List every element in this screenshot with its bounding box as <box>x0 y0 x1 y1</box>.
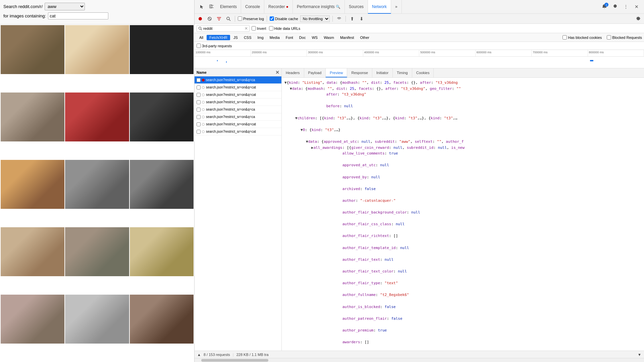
tab-console[interactable]: Console <box>241 0 264 14</box>
invert-label[interactable]: Invert <box>252 26 266 31</box>
list-item[interactable] <box>1 160 64 209</box>
list-item[interactable] <box>130 93 194 141</box>
tab-headers[interactable]: Headers <box>282 68 304 77</box>
request-row[interactable]: search.json?restrict_sr=on&q=cat <box>195 84 281 91</box>
tab-timing[interactable]: Timing <box>393 68 412 77</box>
type-filter-css[interactable]: CSS <box>241 35 254 40</box>
throttle-select[interactable]: No throttling <box>300 15 330 22</box>
list-item[interactable] <box>65 160 129 209</box>
list-item[interactable] <box>65 295 129 344</box>
tab-preview[interactable]: Preview <box>326 68 347 77</box>
device-icon[interactable] <box>207 2 216 11</box>
hide-data-urls-checkbox[interactable] <box>269 26 273 31</box>
filter-icon[interactable] <box>215 15 223 22</box>
type-filter-all[interactable]: All <box>197 35 206 40</box>
type-filter-fetchxhr[interactable]: Fetch/XHR <box>207 35 230 40</box>
list-item[interactable] <box>65 25 129 74</box>
tab-cookies[interactable]: Cookies <box>412 68 434 77</box>
type-filter-img[interactable]: Img <box>255 35 266 40</box>
tab-recorder[interactable]: Recorder ● <box>264 0 293 14</box>
type-filter-media[interactable]: Media <box>267 35 282 40</box>
request-row[interactable]: search.json?restrict_sr=on&q=cat <box>195 128 281 135</box>
hide-data-urls-label[interactable]: Hide data URLs <box>269 26 301 31</box>
third-party-label[interactable]: 3rd-party requests <box>197 44 232 48</box>
search-icon[interactable] <box>225 15 232 22</box>
scroll-thumb[interactable] <box>201 359 268 362</box>
request-checkbox[interactable] <box>197 93 201 97</box>
request-checkbox[interactable] <box>197 108 201 112</box>
wifi-icon[interactable] <box>335 15 343 22</box>
request-row[interactable]: search.json?restrict_sr=on&q=ca <box>195 76 281 84</box>
request-checkbox[interactable] <box>197 100 201 104</box>
tab-sources[interactable]: Sources <box>345 0 368 14</box>
tab-performance[interactable]: Performance insights 🔍 <box>293 0 345 14</box>
tab-elements[interactable]: Elements <box>216 0 241 14</box>
upload-icon[interactable]: ⬆ <box>348 15 356 22</box>
has-blocked-cookies-checkbox[interactable] <box>562 35 567 40</box>
cursor-icon[interactable] <box>197 2 207 11</box>
tab-network[interactable]: Network <box>368 0 391 14</box>
request-checkbox[interactable] <box>197 85 201 89</box>
scroll-down-icon[interactable]: ▼ <box>638 353 641 357</box>
collapse-arrow[interactable]: ▼ <box>284 80 287 86</box>
list-item[interactable] <box>65 93 129 141</box>
type-filter-manifest[interactable]: Manifest <box>337 35 357 40</box>
disable-cache-label[interactable]: Disable cache <box>270 16 298 21</box>
invert-checkbox[interactable] <box>252 26 256 31</box>
tab-payload[interactable]: Payload <box>304 68 326 77</box>
request-row[interactable]: search.json?restrict_sr=on&q=ca <box>195 106 281 113</box>
settings-icon[interactable] <box>610 2 620 11</box>
request-row[interactable]: search.json?restrict_sr=on&q=cat <box>195 91 281 99</box>
network-settings-icon[interactable] <box>635 15 642 22</box>
type-filter-ws[interactable]: WS <box>309 35 320 40</box>
type-filter-js[interactable]: JS <box>231 35 240 40</box>
preserve-log-label[interactable]: Preserve log <box>238 16 264 21</box>
request-checkbox[interactable] <box>197 130 201 134</box>
image-query-input[interactable] <box>48 12 108 19</box>
close-panel-button[interactable]: ✕ <box>275 70 279 75</box>
list-item[interactable] <box>130 295 194 344</box>
collapse-arrow[interactable]: ▼ <box>290 86 292 92</box>
preserve-log-checkbox[interactable] <box>238 16 242 21</box>
request-checkbox[interactable] <box>197 78 201 82</box>
list-item[interactable] <box>1 295 64 344</box>
filter-clear-button[interactable]: ✕ <box>245 26 248 31</box>
record-button[interactable] <box>197 15 204 22</box>
download-icon[interactable]: ⬇ <box>358 15 365 22</box>
list-item[interactable] <box>65 227 129 276</box>
request-checkbox[interactable] <box>197 115 201 119</box>
collapse-arrow[interactable]: ▼ <box>301 127 303 133</box>
filter-input[interactable] <box>203 26 244 31</box>
request-row[interactable]: search.json?restrict_sr=on&q=ca <box>195 99 281 106</box>
filter-input-wrap[interactable]: ✕ <box>197 25 250 32</box>
close-icon[interactable]: ✕ <box>632 2 641 11</box>
collapse-arrow[interactable]: ▼ <box>295 115 298 121</box>
horizontal-scrollbar[interactable] <box>195 358 644 362</box>
clear-button[interactable] <box>206 15 213 22</box>
requests-scroll[interactable]: search.json?restrict_sr=on&q=ca search.j… <box>195 76 281 351</box>
list-item[interactable] <box>1 227 64 276</box>
list-item[interactable] <box>1 25 64 74</box>
type-filter-doc[interactable]: Doc <box>297 35 309 40</box>
blocked-requests-checkbox[interactable] <box>607 35 611 40</box>
list-item[interactable] <box>1 93 64 141</box>
list-item[interactable] <box>130 227 194 276</box>
disable-cache-checkbox[interactable] <box>270 16 274 21</box>
tab-initiator[interactable]: Initiator <box>372 68 393 77</box>
request-row[interactable]: search.json?restrict_sr=on&q=cat <box>195 121 281 128</box>
third-party-checkbox[interactable] <box>197 44 201 48</box>
list-item[interactable] <box>130 160 194 209</box>
type-filter-font[interactable]: Font <box>283 35 296 40</box>
more-options-icon[interactable]: ⋮ <box>621 2 631 11</box>
collapse-arrow[interactable]: ▶ <box>311 145 314 151</box>
scroll-up-icon[interactable]: ▲ <box>197 353 201 357</box>
type-filter-other[interactable]: Other <box>357 35 372 40</box>
list-item[interactable] <box>130 25 194 74</box>
tab-more[interactable]: » <box>391 0 402 14</box>
tab-response[interactable]: Response <box>347 68 372 77</box>
subreddit-select[interactable]: aww cats dogs <box>45 3 85 10</box>
collapse-arrow[interactable]: ▼ <box>306 139 308 145</box>
type-filter-wasm[interactable]: Wasm <box>321 35 337 40</box>
request-row[interactable]: search.json?restrict_sr=on&q=ca <box>195 113 281 121</box>
request-checkbox[interactable] <box>197 122 201 126</box>
